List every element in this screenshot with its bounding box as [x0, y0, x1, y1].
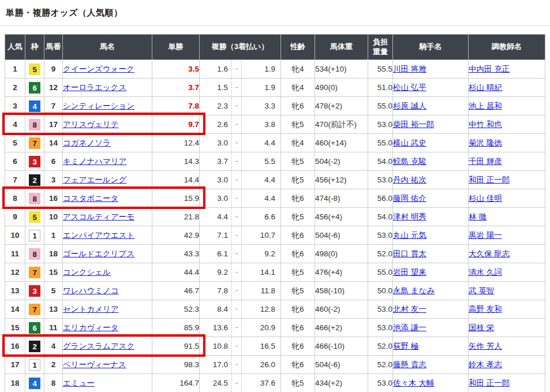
horse-name-link[interactable]: アスコルティアーモ — [63, 212, 134, 221]
trainer-link[interactable]: 和田 正一郎 — [469, 379, 510, 387]
horse-name-link[interactable]: ゴールドエクリプス — [63, 249, 134, 258]
place-odds-high: 5.5 — [242, 157, 280, 166]
table-row: 1 5 9 クイーンズウォーク 3.5 1.6 - 1.9 牝4 534(+10… — [5, 60, 545, 79]
trainer-link[interactable]: 池上 昌和 — [469, 102, 502, 110]
place-odds-range: 13.6 - 20.9 — [200, 319, 280, 337]
jockey-link[interactable]: 池添 謙一 — [393, 323, 426, 332]
horse-name-link[interactable]: アリスヴェリテ — [63, 120, 119, 129]
horse-name-link[interactable]: エリカヴィータ — [63, 323, 118, 332]
jockey-link[interactable]: 川田 将雅 — [393, 65, 426, 73]
jockey-link[interactable]: 杉原 誠人 — [393, 102, 426, 110]
horse-name-link[interactable]: コスタボニータ — [63, 194, 118, 203]
header-trainer: 調教師名 — [469, 35, 545, 60]
horse-name-link[interactable]: セントカメリア — [63, 305, 119, 313]
place-odds-cell: 24.5 - 37.6 — [200, 374, 281, 392]
jockey-link[interactable]: 佐々木 大輔 — [393, 379, 434, 387]
rank-cell: 17 — [5, 356, 25, 374]
frame-cell: 2 — [25, 337, 44, 356]
place-odds-low: 17.0 — [200, 360, 231, 369]
jockey-link[interactable]: 荻野 極 — [393, 342, 418, 350]
trainer-link[interactable]: 武 英智 — [469, 286, 494, 295]
trainer-link[interactable]: 黒岩 陽一 — [469, 231, 502, 240]
sex-age: 牝6 — [281, 97, 315, 115]
horse-name-link[interactable]: グランスラムアスク — [63, 342, 134, 350]
place-odds-high: 10.7 — [242, 231, 280, 240]
horse-name-link[interactable]: クイーンズウォーク — [63, 65, 134, 73]
jockey-link[interactable]: 松山 弘平 — [393, 83, 426, 92]
frame-cell: 8 — [25, 115, 44, 134]
jockey-link[interactable]: 丹内 祐次 — [393, 176, 426, 184]
trainer-link[interactable]: 菊沢 隆徳 — [469, 139, 502, 147]
jockey-link[interactable]: 津村 明秀 — [393, 212, 426, 221]
jockey-link[interactable]: 永島 まなみ — [393, 286, 435, 295]
horse-weight: 466(+2) — [315, 319, 368, 337]
trainer-link[interactable]: 清水 久詞 — [469, 268, 502, 277]
rank-cell: 8 — [5, 189, 25, 208]
win-odds-cell: 43.3 — [152, 245, 200, 263]
horse-name-link[interactable]: コガネノソラ — [63, 139, 111, 147]
table-row: 2 6 12 オーロラエックス 3.7 1.5 - 1.9 牝4 490(0) … — [5, 79, 545, 97]
horse-name-cell: セントカメリア — [63, 300, 152, 319]
place-odds-range: 1.5 - 1.9 — [200, 79, 280, 96]
place-odds-range: 3.0 - 4.4 — [200, 134, 280, 152]
rank-cell: 3 — [5, 97, 25, 115]
jockey-link[interactable]: 鮫島 克駿 — [393, 157, 426, 166]
trainer-link[interactable]: 中内田 充正 — [469, 65, 510, 73]
frame-cell: 5 — [25, 208, 44, 226]
trainer-cell: 和田 正一郎 — [469, 374, 545, 392]
sex-age: 牝6 — [281, 245, 315, 263]
horse-name-link[interactable]: ベリーヴィーナス — [63, 360, 126, 369]
horse-weight: 490(0) — [315, 79, 368, 97]
trainer-link[interactable]: 千田 輝彦 — [469, 157, 502, 166]
horse-name-link[interactable]: フェアエールング — [63, 176, 126, 184]
jockey-link[interactable]: 丸山 元気 — [393, 231, 426, 240]
win-odds-cell: 46.7 — [152, 282, 200, 300]
place-odds-high: 3.8 — [242, 120, 280, 129]
trainer-link[interactable]: 鈴木 孝志 — [469, 360, 502, 369]
horse-name-link[interactable]: エンパイアウエスト — [63, 231, 134, 240]
trainer-link[interactable]: 林 徹 — [469, 212, 487, 221]
jockey-link[interactable]: 田口 貫太 — [393, 249, 426, 258]
jockey-link[interactable]: 北村 友一 — [393, 305, 426, 313]
horse-number: 7 — [44, 97, 63, 115]
win-odds-cell: 7.8 — [152, 97, 200, 115]
place-odds-cell: 17.0 - 26.0 — [200, 356, 281, 374]
trainer-link[interactable]: 中竹 和也 — [469, 120, 502, 129]
win-odds-cell: 42.9 — [152, 226, 200, 245]
horse-name-link[interactable]: キミノナハマリア — [63, 157, 127, 166]
place-odds-low: 3.0 — [200, 194, 231, 203]
place-odds-separator: - — [231, 319, 242, 337]
jockey-link[interactable]: 岩田 望来 — [393, 268, 426, 277]
horse-name-link[interactable]: オーロラエックス — [63, 83, 126, 92]
jockey-link[interactable]: 横山 武史 — [393, 139, 426, 147]
win-odds: 7.8 — [188, 102, 199, 110]
jockey-cell: 津村 明秀 — [393, 208, 469, 226]
frame-badge: 4 — [29, 100, 40, 112]
jockey-link[interactable]: 藤懸 貴志 — [393, 360, 426, 369]
jockey-link[interactable]: 柴田 裕一郎 — [393, 120, 434, 129]
trainer-link[interactable]: 国枝 栄 — [469, 323, 494, 332]
horse-name-link[interactable]: シンティレーション — [63, 102, 134, 110]
frame-badge: 4 — [29, 378, 40, 389]
rank-cell: 1 — [5, 60, 25, 79]
jockey-link[interactable]: 藤岡 佑介 — [393, 194, 426, 203]
trainer-link[interactable]: 高野 友和 — [469, 305, 502, 313]
trainer-link[interactable]: 矢作 芳人 — [469, 342, 502, 350]
trainer-link[interactable]: 和田 正一郎 — [469, 176, 510, 184]
trainer-link[interactable]: 大久保 龍志 — [469, 249, 510, 258]
frame-cell: 2 — [25, 171, 44, 189]
trainer-cell: 鈴木 孝志 — [469, 356, 545, 374]
trainer-link[interactable]: 杉山 晴紀 — [469, 83, 502, 92]
horse-name-link[interactable]: エミュー — [63, 379, 95, 387]
frame-cell: 4 — [25, 97, 44, 115]
rank-cell: 14 — [5, 300, 25, 319]
horse-number: 11 — [44, 319, 63, 337]
win-odds: 43.3 — [184, 249, 199, 258]
frame-cell: 5 — [25, 60, 44, 79]
trainer-link[interactable]: 杉山 佳明 — [469, 194, 502, 203]
place-odds-range: 7.1 - 10.7 — [200, 226, 280, 244]
horse-name-link[interactable]: ワレハウミノコ — [63, 286, 119, 295]
place-odds-low: 2.3 — [200, 102, 231, 110]
place-odds-cell: 3.0 - 4.4 — [200, 134, 281, 152]
horse-name-link[interactable]: コンクシェル — [63, 268, 111, 277]
